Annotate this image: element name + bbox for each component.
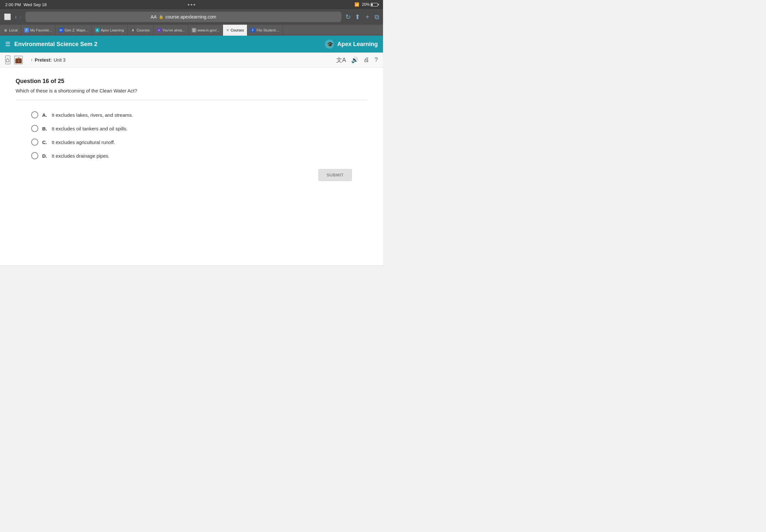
browser-nav: ‹ › — [15, 14, 21, 20]
apex-logo: 🎓 Apex Learning — [324, 39, 378, 49]
option-c[interactable]: C. It excludes agricultural runoff. — [16, 135, 367, 149]
submit-area: SUBMIT — [16, 163, 367, 187]
question-number: Question 16 of 25 — [16, 78, 367, 85]
wifi-icon: 📶 — [354, 2, 359, 7]
tab-favorites[interactable]: F My Favorite... — [21, 25, 55, 36]
briefcase-button[interactable]: 💼 — [14, 56, 23, 64]
translate-button[interactable]: 文A — [336, 56, 346, 64]
url-text: course.apexlearning.com — [165, 14, 216, 19]
print-button[interactable]: 🖨 — [363, 56, 369, 63]
tab-label: Courses — [137, 28, 150, 32]
option-text-b: It excludes oil tankers and oil spills. — [52, 126, 128, 131]
tabs-bar: 🖥 Local F My Favorite... BI Gen Z: Major… — [0, 25, 383, 36]
question-text: Which of these is a shortcoming of the C… — [16, 88, 367, 93]
tab-favicon: ≡ — [157, 28, 161, 32]
pretest-subtitle: Unit 3 — [54, 57, 66, 63]
tab-label: You've alrea... — [163, 28, 185, 32]
tab-favicon: BI — [59, 28, 63, 32]
tab-favicon: A — [95, 28, 100, 32]
share-button[interactable]: ⬆ — [355, 13, 360, 21]
option-a[interactable]: A. It excludes lakes, rivers, and stream… — [16, 108, 367, 122]
tab-favicon: D — [192, 28, 196, 32]
tab-favicon: F — [24, 28, 29, 32]
tabs-button[interactable]: ⧉ — [374, 13, 379, 21]
tab-label: Courses — [230, 28, 244, 32]
tab-label: Filo Student:... — [256, 28, 279, 32]
tab-label: Apex Learning — [101, 28, 124, 32]
battery-indicator: 20% — [362, 2, 378, 7]
tab-courses[interactable]: A Courses — [128, 25, 153, 36]
option-text-d: It excludes drainage pipes. — [52, 153, 109, 159]
status-time: 2:00 PM — [5, 2, 21, 7]
tab-label: Gen Z: Major... — [65, 28, 88, 32]
option-text-c: It excludes agricultural runoff. — [52, 139, 115, 145]
divider — [16, 100, 367, 100]
radio-d[interactable] — [31, 152, 38, 159]
option-b[interactable]: B. It excludes oil tankers and oil spill… — [16, 122, 367, 135]
tab-label: www.in.gov/... — [198, 28, 220, 32]
option-label-b: B. — [42, 126, 47, 131]
option-d[interactable]: D. It excludes drainage pipes. — [16, 149, 367, 163]
tab-label: Local — [9, 28, 18, 32]
battery-bar — [371, 3, 378, 6]
tab-courses-active[interactable]: ✕ Courses — [223, 25, 247, 36]
options-list: A. It excludes lakes, rivers, and stream… — [16, 108, 367, 163]
address-bar[interactable]: AA 🔒 course.apexlearning.com — [25, 12, 341, 22]
tab-ingov[interactable]: D www.in.gov/... — [188, 25, 223, 36]
status-date: Wed Sep 18 — [23, 2, 46, 7]
battery-percent: 20% — [362, 2, 370, 7]
browser-actions: ⬆ + ⧉ — [355, 13, 379, 21]
tab-apex[interactable]: A Apex Learning — [92, 25, 128, 36]
apex-logo-icon: 🎓 — [324, 39, 334, 49]
home-button[interactable]: ⌂ — [5, 55, 10, 64]
tab-youve[interactable]: ≡ You've alrea... — [153, 25, 188, 36]
refresh-button[interactable]: ↻ — [345, 13, 351, 21]
forward-button[interactable]: › — [19, 14, 21, 20]
pretest-label: Pretest: — [35, 57, 52, 63]
tab-label: My Favorite... — [30, 28, 52, 32]
tab-favicon: 🖥 — [3, 28, 8, 32]
radio-c[interactable] — [31, 139, 38, 146]
hamburger-menu[interactable]: ☰ — [5, 41, 10, 48]
apex-logo-text: Apex Learning — [337, 41, 378, 48]
app-header: ☰ Environmental Science Sem 2 🎓 Apex Lea… — [0, 36, 383, 53]
tab-genz[interactable]: BI Gen Z: Major... — [55, 25, 92, 36]
tab-favicon: F — [250, 28, 255, 32]
svg-text:🎓: 🎓 — [327, 41, 333, 47]
tab-close-icon[interactable]: ✕ — [226, 28, 229, 32]
radio-b[interactable] — [31, 125, 38, 132]
back-button[interactable]: ‹ — [15, 14, 17, 20]
toolbar: ⌂ 💼 ↑ Pretest: Unit 3 文A 🔊 🖨 ? — [0, 53, 383, 67]
tab-filo[interactable]: F Filo Student:... — [247, 25, 283, 36]
browser-chrome: ⬜ ‹ › AA 🔒 course.apexlearning.com ↻ ⬆ +… — [0, 9, 383, 25]
submit-button[interactable]: SUBMIT — [318, 169, 352, 181]
new-tab-button[interactable]: + — [365, 13, 369, 21]
toolbar-right: 文A 🔊 🖨 ? — [336, 56, 378, 64]
status-indicators: 📶 20% — [354, 2, 378, 7]
course-title: Environmental Science Sem 2 — [14, 41, 97, 48]
option-text-a: It excludes lakes, rivers, and streams. — [52, 112, 133, 118]
status-bar: 2:00 PM Wed Sep 18 📶 20% — [0, 0, 383, 9]
header-left: ☰ Environmental Science Sem 2 — [5, 41, 97, 48]
content-wrapper: Question 16 of 25 Which of these is a sh… — [0, 67, 383, 265]
tab-favicon: A — [131, 28, 135, 32]
tts-button[interactable]: 🔊 — [351, 56, 358, 64]
sidebar-toggle-icon[interactable]: ⬜ — [4, 13, 11, 20]
status-dots — [188, 4, 195, 6]
breadcrumb: ↑ Pretest: Unit 3 — [30, 57, 66, 63]
status-time-date: 2:00 PM Wed Sep 18 — [5, 2, 47, 7]
breadcrumb-arrow: ↑ — [30, 57, 33, 63]
main-content: Question 16 of 25 Which of these is a sh… — [0, 67, 383, 265]
option-label-c: C. — [42, 139, 47, 145]
option-label-d: D. — [42, 153, 47, 159]
font-size-label: AA — [151, 14, 157, 19]
option-label-a: A. — [42, 112, 47, 118]
tab-local[interactable]: 🖥 Local — [0, 25, 21, 36]
bottom-bar: ← PREVIOUS — [0, 265, 383, 266]
radio-a[interactable] — [31, 111, 38, 118]
help-button[interactable]: ? — [374, 56, 378, 63]
lock-icon: 🔒 — [159, 15, 164, 19]
